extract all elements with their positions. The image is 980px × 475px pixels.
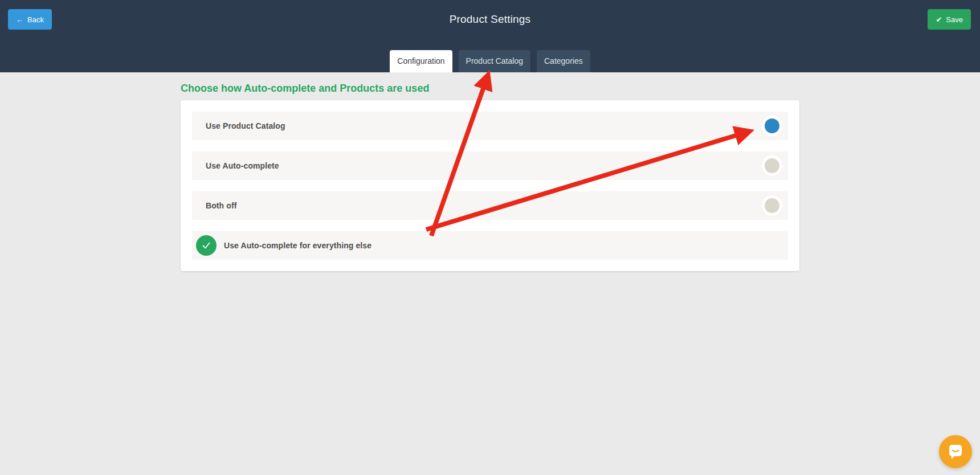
option-label: Both off	[206, 201, 236, 210]
tab-bar: Configuration Product Catalog Categories	[0, 50, 980, 72]
product-settings-page: ← Back Product Settings ✔ Save Configura…	[0, 0, 980, 271]
save-button-label: Save	[946, 15, 963, 24]
tab-product-catalog[interactable]: Product Catalog	[459, 50, 530, 72]
radio-dot	[765, 158, 779, 173]
option-row-both-off[interactable]: Both off	[192, 191, 788, 220]
radio-both-off[interactable]	[762, 195, 782, 216]
back-button[interactable]: ← Back	[8, 9, 52, 30]
option-label: Use Auto-complete for everything else	[224, 241, 371, 250]
main-content: Choose how Auto-complete and Products ar…	[181, 83, 799, 271]
tab-categories[interactable]: Categories	[537, 50, 590, 72]
checkmark-icon: ✔	[936, 16, 942, 23]
radio-dot	[765, 198, 779, 213]
green-checkmark-icon	[196, 235, 217, 256]
section-heading: Choose how Auto-complete and Products ar…	[181, 83, 799, 95]
chat-launcher-button[interactable]	[939, 435, 972, 468]
option-row-use-auto-complete[interactable]: Use Auto-complete	[192, 151, 788, 180]
option-label: Use Auto-complete	[206, 161, 279, 170]
page-title: Product Settings	[450, 13, 531, 26]
chat-bubble-icon	[947, 443, 964, 460]
back-button-label: Back	[27, 15, 44, 24]
option-row-use-product-catalog[interactable]: Use Product Catalog	[192, 112, 788, 140]
option-row-auto-complete-everything-else[interactable]: Use Auto-complete for everything else	[192, 231, 788, 260]
option-label: Use Product Catalog	[206, 121, 285, 130]
header: ← Back Product Settings ✔ Save Configura…	[0, 0, 980, 72]
tab-configuration[interactable]: Configuration	[390, 50, 452, 72]
back-arrow-icon: ←	[16, 16, 23, 23]
save-button[interactable]: ✔ Save	[928, 9, 971, 30]
radio-use-auto-complete[interactable]	[762, 155, 782, 176]
radio-use-product-catalog[interactable]	[762, 116, 782, 136]
settings-card: Use Product Catalog Use Auto-complete Bo…	[181, 100, 799, 271]
radio-dot	[765, 118, 779, 133]
